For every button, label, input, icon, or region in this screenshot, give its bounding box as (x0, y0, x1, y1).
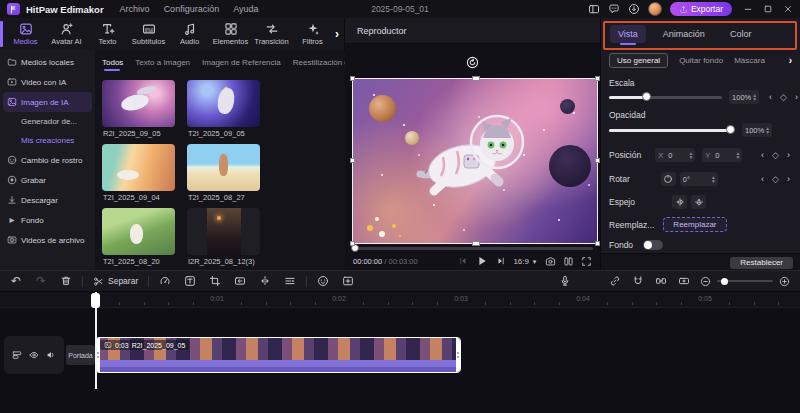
portada-button[interactable]: Portada (66, 345, 95, 365)
preview-seekbar[interactable] (352, 247, 593, 250)
menu-ayuda[interactable]: Ayuda (227, 4, 264, 14)
sidebar-item-descargar[interactable]: Descargar (0, 190, 95, 210)
playhead-handle[interactable] (91, 293, 100, 308)
zoom-out-icon[interactable] (700, 276, 711, 287)
zoom-in-icon[interactable] (779, 276, 790, 287)
face-swap-icon[interactable] (317, 275, 329, 287)
rotate-dial-button[interactable] (661, 172, 676, 186)
replace-button[interactable]: Reemplazar (663, 217, 726, 232)
reset-button[interactable]: Restablecer (730, 257, 793, 269)
next-frame-icon[interactable] (496, 256, 506, 266)
inspector-subtab-mascara[interactable]: Máscara (734, 56, 765, 65)
media-item[interactable]: T2I_2025_09_04 (102, 144, 175, 203)
compare-icon[interactable] (563, 256, 574, 267)
stepper-arrows[interactable]: ▴▾ (736, 151, 739, 160)
media-tab-todos[interactable]: Todos (102, 58, 123, 67)
mirror-icon[interactable] (259, 275, 271, 287)
keyframe-next-icon[interactable]: › (784, 175, 793, 184)
user-avatar[interactable] (648, 2, 662, 16)
stepper-arrows[interactable]: ▴▾ (712, 175, 715, 184)
inspector-tab-animacion[interactable]: Animación (655, 25, 713, 43)
sidebar-item-generador-de[interactable]: Generador de... (0, 112, 95, 131)
resize-handle-sw[interactable] (350, 241, 355, 246)
trash-icon[interactable] (60, 275, 72, 287)
sidebar-item-cambio-de-rostro[interactable]: Cambio de rostro (0, 150, 95, 170)
media-item[interactable]: T2I_2025_08_27 (187, 144, 260, 203)
sidebar-item-videos-de-archivo[interactable]: Videos de archivo (0, 230, 95, 250)
module-medios[interactable]: Medios (5, 22, 46, 46)
position-y-input[interactable]: Y0▴▾ (702, 148, 742, 162)
minimize-icon[interactable] (743, 4, 753, 14)
clip-trim-handle-left[interactable] (96, 338, 100, 372)
inspector-tab-color[interactable]: Color (722, 25, 760, 43)
module-avatar-ai[interactable]: Avatar AI (46, 22, 87, 46)
media-thumbnail-space-pink[interactable] (102, 80, 175, 127)
zoom-slider-thumb[interactable] (721, 278, 728, 285)
track-add-icon[interactable] (678, 275, 690, 287)
mute-track-icon[interactable] (46, 350, 56, 360)
freeze-frame-icon[interactable] (342, 275, 354, 287)
inspector-subtab-quitar-fondo[interactable]: Quitar fondo (679, 56, 723, 65)
module-elementos[interactable]: Elementos (210, 22, 251, 46)
mirror-button[interactable] (691, 195, 706, 209)
scale-slider[interactable] (609, 92, 722, 102)
maximize-icon[interactable] (763, 4, 773, 14)
resize-handle-ne[interactable] (595, 76, 600, 81)
background-toggle[interactable] (643, 240, 663, 250)
media-thumbnail-space-blue[interactable] (187, 80, 260, 127)
keyframe-prev-icon[interactable]: ‹ (766, 93, 775, 102)
rotate-value-input[interactable]: 0°▴▾ (680, 172, 718, 186)
close-icon[interactable] (783, 4, 793, 14)
media-item[interactable]: I2R_2025_08_12(3) (187, 208, 260, 267)
keyframe-prev-icon[interactable]: ‹ (758, 151, 767, 160)
keyframe-icon[interactable]: ◇ (771, 151, 780, 160)
media-thumbnail-cozy-room[interactable] (102, 144, 175, 191)
stepper-arrows[interactable]: ▴▾ (753, 93, 756, 102)
layout-icon[interactable] (588, 3, 600, 15)
previous-frame-icon[interactable] (458, 256, 468, 266)
aspect-ratio-select[interactable]: 16:9▾ (513, 257, 538, 266)
media-tab-texto-a-imagen[interactable]: Texto a Imagen (135, 58, 190, 67)
timeline-clip[interactable]: 0:03 R2I_2025_09_05 (95, 337, 461, 373)
fullscreen-icon[interactable] (581, 256, 592, 267)
undo-icon[interactable]: ↶ (10, 275, 22, 287)
media-thumbnail-beach[interactable] (187, 144, 260, 191)
menu-archivo[interactable]: Archivo (114, 4, 156, 14)
speed-icon[interactable] (159, 275, 171, 287)
timeline-zoom-slider[interactable] (717, 280, 773, 282)
opacity-slider-thumb[interactable] (726, 125, 735, 134)
mirror-button[interactable] (672, 195, 687, 209)
subtabs-more-icon[interactable]: › (789, 56, 792, 66)
resize-handle-nw[interactable] (350, 76, 355, 81)
module-subtitulos[interactable]: Subtítulos (128, 22, 169, 46)
resize-handle-s[interactable] (472, 241, 480, 246)
download-icon[interactable] (628, 3, 640, 15)
media-thumbnail-park-dog[interactable] (102, 208, 175, 255)
keyframe-icon[interactable]: ◇ (771, 175, 780, 184)
opacity-value-input[interactable]: 100%▴▾ (742, 123, 772, 137)
sidebar-item-grabar[interactable]: Grabar (0, 170, 95, 190)
module-transicion[interactable]: Transición (251, 22, 292, 46)
sidebar-item-video-con-ia[interactable]: Video con IA (0, 72, 95, 92)
module-texto[interactable]: Texto (87, 22, 128, 46)
feedback-icon[interactable] (608, 3, 620, 15)
clip-trim-handle-right[interactable] (456, 338, 460, 372)
stepper-arrows[interactable]: ▴▾ (766, 126, 769, 135)
crop-icon[interactable] (209, 275, 221, 287)
media-thumbnail-dark-portrait[interactable] (187, 208, 260, 255)
sidebar-item-imagen-de-ia[interactable]: Imagen de IA (3, 92, 92, 112)
hide-track-icon[interactable] (29, 350, 39, 360)
keyframe-next-icon[interactable]: › (784, 151, 793, 160)
opacity-slider[interactable] (609, 125, 735, 135)
resize-handle-se[interactable] (595, 241, 600, 246)
snap-icon[interactable] (655, 275, 667, 287)
link-icon[interactable] (609, 275, 621, 287)
resize-handle-e[interactable] (595, 158, 600, 163)
play-icon[interactable] (476, 255, 488, 267)
scale-slider-thumb[interactable] (642, 92, 651, 101)
reverse-icon[interactable] (234, 275, 246, 287)
text-tool-icon[interactable] (184, 275, 196, 287)
module-audio[interactable]: Audio (169, 22, 210, 46)
media-item[interactable]: T2I_2025_09_05 (187, 80, 260, 139)
media-tab-reestilizacion-d[interactable]: Reestilización d (293, 58, 349, 67)
